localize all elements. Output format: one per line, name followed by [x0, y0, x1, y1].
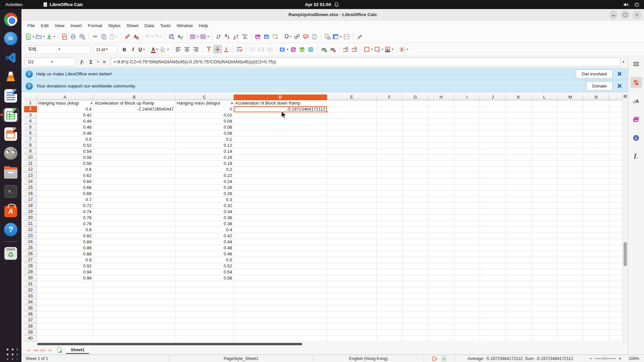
cell-F33[interactable] — [377, 293, 402, 299]
cell-A3[interactable]: 0.42 — [37, 112, 93, 118]
cell-J18[interactable] — [480, 203, 506, 209]
cell-K1[interactable] — [506, 100, 532, 106]
cell-F19[interactable] — [377, 209, 402, 215]
cell-B17[interactable] — [93, 197, 175, 203]
cell-D26[interactable] — [234, 251, 327, 257]
cell-G22[interactable] — [402, 227, 428, 233]
cell-H12[interactable] — [428, 167, 454, 173]
cell-K28[interactable] — [506, 263, 532, 269]
cell-K13[interactable] — [506, 173, 532, 179]
cell-L27[interactable] — [532, 257, 557, 263]
cell-E10[interactable] — [327, 155, 377, 161]
highlighting-color-icon[interactable]: ▼ — [159, 45, 170, 54]
cell-G23[interactable] — [402, 233, 428, 239]
chevron-down-icon[interactable]: ▼ — [371, 48, 373, 51]
cell-K11[interactable] — [506, 161, 532, 167]
cell-A8[interactable]: 0.52 — [37, 142, 93, 148]
show-draw-functions-icon[interactable] — [355, 32, 364, 41]
cell-F40[interactable] — [377, 336, 402, 342]
open-icon[interactable]: ▼ — [35, 32, 46, 41]
cell-L10[interactable] — [532, 155, 557, 161]
cell-M37[interactable] — [557, 317, 583, 323]
cell-I35[interactable] — [454, 305, 480, 311]
close-icon[interactable]: ✕ — [614, 82, 625, 90]
formula-equals-icon[interactable]: = — [101, 58, 108, 66]
cell-D8[interactable] — [234, 142, 327, 148]
cell-D29[interactable] — [234, 269, 327, 275]
cell-M14[interactable] — [557, 179, 583, 185]
cell-A18[interactable]: 0.72 — [37, 203, 93, 209]
cell-N29[interactable] — [583, 269, 609, 275]
cell-C11[interactable]: 0.18 — [175, 161, 234, 167]
cell-B19[interactable] — [93, 209, 175, 215]
cell-H26[interactable] — [428, 251, 454, 257]
selection-statistics[interactable]: Average: -5.19723484172112; Sum: -5.1972… — [455, 355, 586, 362]
cell-I15[interactable] — [454, 185, 480, 191]
cell-M3[interactable] — [557, 112, 583, 118]
border-color-icon[interactable]: ▼ — [384, 45, 394, 54]
cell-G17[interactable] — [402, 197, 428, 203]
chevron-down-icon[interactable]: ▼ — [381, 48, 384, 51]
cell-E14[interactable] — [327, 179, 377, 185]
cell-H29[interactable] — [428, 269, 454, 275]
horizontal-scrollbar[interactable] — [21, 342, 628, 346]
pivot-table-icon[interactable] — [271, 32, 280, 41]
cell-N13[interactable] — [583, 173, 609, 179]
column-header-D[interactable]: D — [234, 95, 327, 100]
cell-G18[interactable] — [402, 203, 428, 209]
cell-A15[interactable]: 0.66 — [37, 185, 93, 191]
first-sheet-icon[interactable]: |◀ — [25, 348, 32, 352]
cell-A12[interactable]: 0.6 — [37, 167, 93, 173]
cell-L26[interactable] — [532, 251, 557, 257]
cell-G27[interactable] — [402, 257, 428, 263]
cell-B1[interactable]: Acceleration of Block up Ramp — [93, 100, 175, 106]
cell-H40[interactable] — [428, 336, 454, 342]
cell-I6[interactable] — [454, 130, 480, 136]
cell-E31[interactable] — [327, 281, 377, 287]
menu-sheet[interactable]: Sheet — [123, 22, 141, 29]
current-app-menu[interactable]: LibreOffice Calc — [43, 2, 83, 7]
dock-item-libreoffice-calc[interactable] — [3, 108, 19, 122]
formula-input[interactable]: =-9.8*((-C2+0.75*SIN(RADIANS(45))-0.25*0… — [111, 58, 621, 66]
cell-B5[interactable] — [93, 124, 175, 130]
cell-L14[interactable] — [532, 179, 557, 185]
cell-D15[interactable] — [234, 185, 327, 191]
cell-E27[interactable] — [327, 257, 377, 263]
menu-view[interactable]: View — [52, 22, 67, 29]
cell-A30[interactable]: 0.96 — [37, 275, 93, 281]
headers-footers-icon[interactable] — [310, 32, 319, 41]
next-sheet-icon[interactable]: ▶▶ — [40, 348, 46, 352]
cell-I9[interactable] — [454, 148, 480, 155]
row-header-39[interactable]: 39 — [24, 329, 37, 336]
cell-G4[interactable] — [402, 118, 428, 124]
function-wizard-icon[interactable]: fx — [78, 58, 86, 66]
cell-M5[interactable] — [557, 124, 583, 130]
minimize-button[interactable] — [609, 10, 618, 19]
row-header-7[interactable]: 7 — [24, 136, 37, 142]
cell-A11[interactable]: 0.58 — [37, 161, 93, 167]
cell-G29[interactable] — [402, 269, 428, 275]
cell-B6[interactable] — [93, 130, 175, 136]
cell-H21[interactable] — [428, 221, 454, 227]
cell-I21[interactable] — [454, 221, 480, 227]
sort-ascending-icon[interactable]: A — [223, 32, 232, 41]
sidebar-styles-icon[interactable]: A — [630, 95, 642, 107]
column-header-H[interactable]: H — [428, 95, 454, 100]
cell-C14[interactable]: 0.24 — [175, 179, 234, 185]
cell-B38[interactable] — [93, 323, 175, 329]
cell-G32[interactable] — [402, 287, 428, 293]
dock-item-files[interactable] — [3, 165, 19, 180]
cell-B18[interactable] — [93, 203, 175, 209]
cell-J34[interactable] — [480, 299, 506, 305]
cell-F36[interactable] — [377, 311, 402, 317]
define-print-area-icon[interactable] — [323, 32, 332, 41]
cell-N7[interactable] — [583, 136, 609, 142]
cell-I7[interactable] — [454, 136, 480, 142]
cell-F22[interactable] — [377, 227, 402, 233]
cell-I10[interactable] — [454, 155, 480, 161]
find-replace-icon[interactable] — [167, 32, 176, 41]
row-header-30[interactable]: 30 — [24, 275, 37, 281]
cell-M34[interactable] — [557, 299, 583, 305]
column-header-B[interactable]: B — [93, 95, 175, 100]
row-header-5[interactable]: 5 — [24, 124, 37, 130]
